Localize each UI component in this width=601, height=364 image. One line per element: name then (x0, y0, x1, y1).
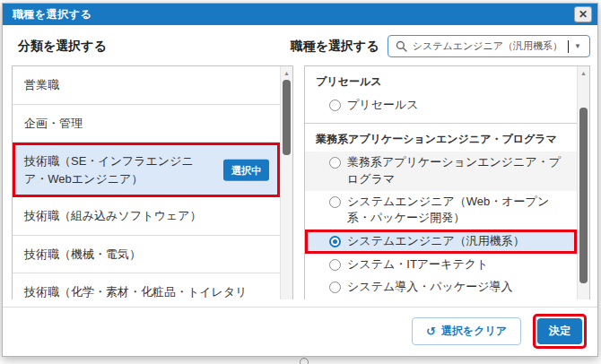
clear-selection-label: 選択をクリア (441, 324, 507, 339)
job-option-label: システム・ITアーキテクト (347, 256, 488, 273)
confirm-highlight-box: 決定 (533, 314, 587, 349)
job-option-label: システムエンジニア（汎用機系） (347, 233, 525, 250)
job-option[interactable]: システムエンジニア（Web・オープン系・パッケージ開発） (305, 191, 577, 230)
job-option[interactable]: システム・ITアーキテクト (305, 254, 577, 276)
job-select-modal: 職種を選択する ✕ 分類を選択する 職種を選択する システムエンジニア（汎用機系… (2, 3, 598, 357)
text-caret (568, 40, 569, 53)
category-item[interactable]: 技術職（化学・素材・化粧品・トイレタリー） (13, 273, 280, 299)
modal-body: 分類を選択する 職種を選択する システムエンジニア（汎用機系） ▼ (3, 25, 597, 299)
category-label: 企画・管理 (24, 117, 83, 130)
close-button[interactable]: ✕ (574, 6, 592, 22)
category-item[interactable]: 技術職（組み込みソフトウェア） (13, 197, 280, 236)
job-option[interactable]: 業務系アプリケーションエンジニア・プログラマ (305, 152, 577, 191)
modal-title: 職種を選択する (13, 7, 91, 22)
radio-unchecked-icon (329, 259, 341, 271)
job-option-label: プリセールス (347, 97, 419, 114)
job-heading-group: 職種を選択する システムエンジニア（汎用機系） ▼ (291, 35, 590, 57)
category-list-items: 営業職企画・管理技術職（SE・インフラエンジニア・Webエンジニア）選択中技術職… (13, 66, 292, 299)
radio-checked-icon (329, 236, 341, 247)
job-option-label: システムエンジニア（Web・オープン系・パッケージ開発） (347, 194, 570, 228)
confirm-button[interactable]: 決定 (537, 318, 582, 344)
category-label: 営業職 (24, 78, 59, 91)
category-label: 技術職（SE・インフラエンジニア・Webエンジニア） (24, 154, 194, 186)
job-option[interactable]: プリセールス (305, 94, 577, 117)
background-radio-peek (300, 358, 309, 364)
job-option-label: 業務系アプリケーションエンジニア・プログラマ (347, 154, 570, 188)
clear-selection-button[interactable]: ↺ 選択をクリア (412, 317, 521, 345)
category-scroll-thumb[interactable] (283, 80, 291, 155)
headings-row: 分類を選択する 職種を選択する システムエンジニア（汎用機系） ▼ (12, 35, 590, 57)
radio-unchecked-icon (329, 196, 341, 208)
category-item[interactable]: 営業職 (13, 66, 280, 105)
dropdown-arrow-icon[interactable]: ▼ (574, 42, 581, 50)
job-option[interactable]: システムエンジニア（汎用機系） (305, 230, 577, 254)
page-background: 職種を選択する ✕ 分類を選択する 職種を選択する システムエンジニア（汎用機系… (0, 0, 601, 364)
category-label: 技術職（組み込みソフトウェア） (24, 209, 201, 222)
category-label: 技術職（化学・素材・化粧品・トイレタリー） (24, 285, 248, 299)
radio-unchecked-icon (329, 100, 341, 111)
lists-row: 営業職企画・管理技術職（SE・インフラエンジニア・Webエンジニア）選択中技術職… (12, 65, 590, 299)
job-list: プリセールスプリセールス業務系アプリケーションエンジニア・プログラマ業務系アプリ… (304, 65, 590, 299)
search-value: システムエンジニア（汎用機系） (413, 39, 562, 53)
job-search-input[interactable]: システムエンジニア（汎用機系） ▼ (388, 35, 590, 57)
job-scrollbar[interactable]: ▲ ▼ (577, 66, 589, 299)
job-group: 業務系アプリケーションエンジニア・プログラマ業務系アプリケーションエンジニア・プ… (305, 124, 577, 299)
job-scroll-thumb[interactable] (579, 108, 588, 283)
job-group-header: 業務系アプリケーションエンジニア・プログラマ (305, 124, 577, 152)
modal-header: 職種を選択する ✕ (3, 4, 597, 25)
job-group-header: プリセールス (305, 66, 577, 94)
category-scrollbar[interactable]: ▲ ▼ (280, 66, 292, 299)
selected-badge: 選択中 (223, 159, 269, 181)
category-item[interactable]: 技術職（機械・電気） (13, 236, 280, 274)
job-option-label: システム導入・パッケージ導入 (347, 279, 512, 296)
category-item[interactable]: 企画・管理 (13, 105, 280, 143)
job-option[interactable]: プロジェクトマネジャー（Web・オープン系・パッケージ開発） (305, 299, 577, 299)
job-heading: 職種を選択する (291, 39, 379, 55)
radio-unchecked-icon (329, 157, 341, 169)
undo-icon: ↺ (426, 325, 436, 337)
job-group: プリセールスプリセールス (305, 66, 577, 124)
category-list: 営業職企画・管理技術職（SE・インフラエンジニア・Webエンジニア）選択中技術職… (12, 65, 293, 299)
job-list-groups: プリセールスプリセールス業務系アプリケーションエンジニア・プログラマ業務系アプリ… (305, 66, 589, 299)
job-option[interactable]: システム導入・パッケージ導入 (305, 276, 577, 299)
scroll-up-icon[interactable]: ▲ (281, 68, 292, 79)
category-heading: 分類を選択する (12, 39, 291, 55)
search-icon (396, 40, 407, 52)
radio-unchecked-icon (329, 282, 341, 293)
modal-footer: ↺ 選択をクリア 決定 (3, 307, 597, 356)
category-label: 技術職（機械・電気） (24, 247, 141, 261)
scroll-up-icon[interactable]: ▲ (578, 68, 589, 79)
category-item[interactable]: 技術職（SE・インフラエンジニア・Webエンジニア）選択中 (13, 143, 280, 197)
close-icon: ✕ (579, 9, 588, 20)
